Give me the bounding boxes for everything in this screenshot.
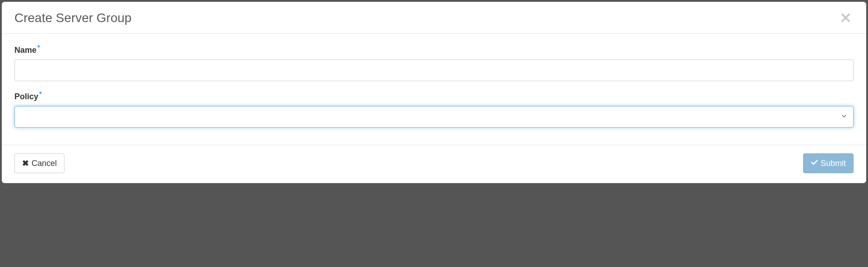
cancel-x-icon: ✖ xyxy=(22,158,29,168)
close-button[interactable]: ✕ xyxy=(838,11,854,25)
modal-header: Create Server Group ✕ xyxy=(2,2,866,34)
modal-footer: ✖ Cancel Submit xyxy=(2,145,866,183)
name-label-text: Name xyxy=(14,46,37,55)
policy-select-wrapper xyxy=(14,106,854,128)
submit-button-label: Submit xyxy=(821,159,846,168)
cancel-button-label: Cancel xyxy=(32,159,57,168)
checkmark-icon xyxy=(811,159,818,168)
policy-label-text: Policy xyxy=(14,92,38,101)
create-server-group-modal: Create Server Group ✕ Name* Policy* xyxy=(2,2,866,183)
submit-button[interactable]: Submit xyxy=(803,153,854,173)
name-input[interactable] xyxy=(14,60,854,81)
modal-title: Create Server Group xyxy=(14,11,132,25)
policy-select[interactable] xyxy=(14,106,854,128)
required-asterisk-icon: * xyxy=(37,44,40,51)
cancel-button[interactable]: ✖ Cancel xyxy=(14,153,64,173)
name-label: Name* xyxy=(14,44,854,55)
required-asterisk-icon: * xyxy=(39,90,41,97)
policy-field-group: Policy* xyxy=(14,90,854,128)
modal-body: Name* Policy* xyxy=(2,34,866,145)
policy-label: Policy* xyxy=(14,90,854,101)
name-field-group: Name* xyxy=(14,44,854,81)
close-icon: ✕ xyxy=(840,10,852,26)
